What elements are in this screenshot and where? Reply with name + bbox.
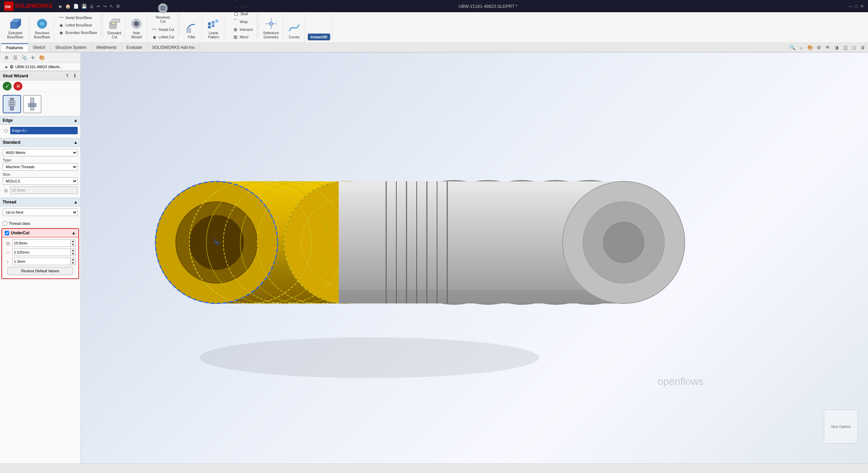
nav-print[interactable]: 🖨 — [90, 4, 94, 9]
stud-type-2-button[interactable] — [23, 95, 41, 113]
cancel-button[interactable]: ✕ — [14, 82, 22, 91]
ribbon: Extruded Boss/Base RevolvedBoss/Base — [0, 12, 868, 53]
extruded-boss-base-button[interactable]: Extruded Boss/Base — [3, 16, 27, 40]
svg-rect-17 — [208, 22, 211, 25]
edge-section-header[interactable]: Edge ▲ — [0, 116, 80, 125]
undercut-section: UnderCut ▲ ◎ ▲ ▼ — [1, 228, 79, 279]
config-manager-icon[interactable]: 📎 — [20, 54, 28, 61]
swept-cut-icon: 〰 — [151, 27, 157, 32]
undercut-field1-up[interactable]: ▲ — [71, 240, 75, 243]
help-icon[interactable]: ? — [64, 73, 70, 79]
undercut-field2-input[interactable] — [12, 249, 70, 256]
tab-evaluate[interactable]: Evaluate — [122, 44, 148, 51]
reference-geometry-button[interactable]: ReferenceGeometry — [262, 16, 281, 40]
linear-pattern-button[interactable]: LinearPattern — [205, 16, 222, 40]
undercut-field2-down[interactable]: ▼ — [71, 252, 75, 256]
fillet-button[interactable]: Fillet — [183, 20, 200, 40]
wrap-button[interactable]: ⌒ Wrap — [231, 18, 254, 25]
monitor-icon[interactable]: 🖥 — [859, 44, 867, 51]
diameter-row: ◎ — [3, 186, 78, 194]
thread-class-row: Thread class — [0, 220, 80, 227]
instant3d-button[interactable]: Instant3D — [308, 34, 330, 40]
display-settings-icon[interactable]: ⚙ — [815, 44, 823, 51]
tab-features[interactable]: Features — [1, 43, 28, 52]
appearance-icon[interactable]: 🎨 — [806, 44, 814, 51]
thread-type-select[interactable]: Up to Next Blind Through All — [3, 209, 78, 216]
hide-show-icon[interactable]: ◻ — [850, 44, 858, 51]
curves-button[interactable]: Curves — [286, 20, 303, 40]
lofted-cut-button[interactable]: ◈ Lofted Cut — [150, 34, 175, 40]
tab-sketch[interactable]: Sketch — [28, 44, 51, 51]
undercut-field3-up[interactable]: ▲ — [71, 258, 75, 261]
display-mode-icon[interactable]: ◑ — [833, 44, 840, 51]
nav-file[interactable]: 📄 — [73, 4, 79, 9]
swept-boss-base-button[interactable]: 〰 Swept Boss/Base — [57, 14, 98, 21]
tab-structure-system[interactable]: Structure System — [51, 44, 92, 51]
appearance-manager-icon[interactable]: 🎨 — [38, 54, 45, 61]
size-select[interactable]: M22x1.5 M20x1.5 M16x1.5 — [3, 177, 78, 185]
feature-tree-icon[interactable]: ⚙ — [3, 54, 10, 61]
nav-back[interactable]: ▶ — [59, 4, 62, 9]
section-view-icon[interactable]: ◫ — [842, 44, 849, 51]
hole-wizard-button[interactable]: HoleWizard — [128, 16, 145, 40]
revolved-cut-button[interactable]: RevolvedCut — [154, 0, 172, 25]
minimize-btn[interactable]: ─ — [849, 4, 852, 9]
search-cmdbox-icon[interactable]: ⌕ — [797, 44, 805, 51]
close-btn[interactable]: ✕ — [860, 4, 864, 9]
property-manager-icon[interactable]: ☰ — [12, 54, 19, 61]
ribbon-group-extruded-boss: Extruded Boss/Base — [1, 13, 30, 42]
draft-button[interactable]: ⟁ Draft — [232, 3, 249, 10]
extruded-cut-button[interactable]: ExtrudedCut — [106, 16, 123, 40]
info-icon[interactable]: ℹ — [72, 73, 78, 79]
undercut-field1-down[interactable]: ▼ — [71, 243, 75, 247]
reference-geometry-icon — [264, 17, 278, 31]
rib-button[interactable]: ⟁ Rib — [232, 0, 249, 2]
view-options[interactable]: View Options — [824, 410, 858, 444]
edge-input[interactable] — [10, 127, 78, 134]
undercut-field2-up[interactable]: ▲ — [71, 249, 75, 252]
mirror-button[interactable]: ⊞ Mirror — [231, 34, 254, 40]
standard-select[interactable]: ANSI Metric ISO DIN — [3, 149, 78, 156]
hole-wizard-icon — [130, 17, 143, 31]
swept-cut-button[interactable]: 〰 Swept Cut — [150, 26, 175, 33]
mirror-label: Mirror — [240, 35, 248, 39]
tab-weldments[interactable]: Weldments — [92, 44, 122, 51]
nav-redo[interactable]: ↪ — [103, 4, 107, 9]
tree-item-part[interactable]: ▶ ⚙ UBW-21161-48823 (Machi... — [0, 63, 80, 71]
viewport[interactable]: openflows View Options — [81, 53, 868, 464]
revolved-boss-base-button[interactable]: RevolvedBoss/Base — [32, 16, 52, 40]
ok-button[interactable]: ✓ — [3, 82, 12, 91]
search-icon[interactable]: 🔍 — [789, 44, 796, 51]
intersect-button[interactable]: ⊕ Intersect — [231, 26, 254, 33]
boundary-boss-base-button[interactable]: ◈ Boundary Boss/Base — [57, 29, 98, 36]
maximize-btn[interactable]: □ — [855, 4, 857, 9]
undercut-field3-down[interactable]: ▼ — [71, 261, 75, 265]
thread-class-checkbox[interactable] — [3, 221, 7, 225]
nav-select[interactable]: ↖ — [110, 4, 113, 9]
svg-rect-26 — [8, 101, 15, 102]
nav-undo[interactable]: ↩ — [97, 4, 100, 9]
dim-expert-icon[interactable]: ✛ — [29, 54, 37, 61]
nav-home[interactable]: 🏠 — [65, 4, 71, 9]
undercut-field3-input[interactable] — [12, 258, 70, 265]
tab-addins[interactable]: SOLIDWORKS Add-Ins — [147, 44, 200, 51]
nav-save[interactable]: 💾 — [81, 4, 87, 9]
shell-button[interactable]: ⬡ Shell — [232, 11, 249, 17]
view-options-icon[interactable]: 👁 — [824, 44, 831, 51]
nav-options[interactable]: ⚙ — [116, 4, 120, 9]
type-select[interactable]: Machine Threads Tapping Threads — [3, 163, 78, 171]
thread-section-header[interactable]: Thread ▲ — [0, 198, 80, 206]
extruded-cut-icon — [108, 17, 121, 31]
svg-rect-16 — [187, 28, 191, 33]
undercut-section-header[interactable]: UnderCut ▲ — [2, 229, 78, 237]
swept-boss-label: Swept Boss/Base — [65, 16, 92, 20]
diameter-input[interactable] — [10, 186, 78, 194]
restore-defaults-button[interactable]: Restore Default Values — [7, 267, 73, 275]
stud-type-1-button[interactable] — [3, 95, 21, 113]
undercut-checkbox[interactable] — [5, 231, 9, 235]
lofted-boss-base-button[interactable]: ◈ Lofted Boss/Base — [57, 22, 98, 28]
solidworks-logo: SW SOLIDWORKS — [4, 1, 52, 11]
undercut-field1-input[interactable] — [12, 239, 70, 247]
standard-section-header[interactable]: Standard ▲ — [0, 138, 80, 147]
svg-rect-20 — [208, 26, 211, 28]
